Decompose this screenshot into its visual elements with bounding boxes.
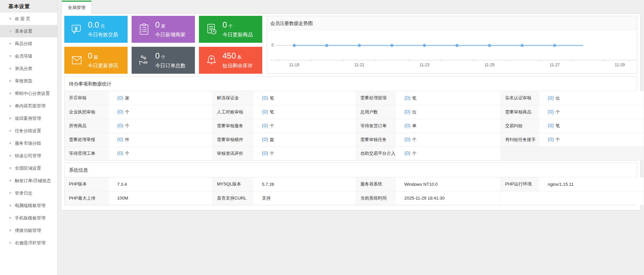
card-value: 0.0元 bbox=[88, 21, 118, 31]
sidebar-item-label: 帮助中心分类设置 bbox=[15, 91, 50, 97]
stat-value-cell: (0)笔 bbox=[539, 119, 644, 133]
card-value: 450条 bbox=[223, 51, 253, 62]
sidebar-item[interactable]: 任务分组设置 bbox=[0, 125, 57, 137]
stat-unit: 家 bbox=[125, 96, 129, 101]
table-row: 所有商品(0)个需要审核服务(0)个等待发货订单(0)单交易纠纷(0)笔 bbox=[65, 119, 644, 133]
card-label: 今日更新商品 bbox=[223, 32, 253, 38]
stat-label: 企业执照审核 bbox=[65, 105, 109, 119]
chart-plot-area: 011-1911-2111-2311-2511-2711-29 bbox=[267, 30, 637, 73]
stat-card-今日新增商家[interactable]: 0家今日新增商家 bbox=[132, 16, 195, 43]
stat-count-link[interactable]: (0) bbox=[117, 150, 123, 156]
stat-count-link[interactable]: (0) bbox=[262, 136, 268, 142]
stat-count-link[interactable]: (0) bbox=[548, 109, 554, 114]
stat-card-今日更新商品[interactable]: 0个今日更新商品 bbox=[199, 16, 262, 43]
stat-label: 需要审核商品 bbox=[501, 105, 539, 119]
sidebar-item[interactable]: 右侧悬浮栏管理 bbox=[0, 237, 57, 249]
stat-label: 需要处理举报 bbox=[65, 133, 109, 146]
data-point bbox=[293, 44, 296, 47]
stat-unit: 位 bbox=[412, 109, 416, 114]
x-axis-tick bbox=[506, 60, 506, 62]
stat-label: 当前系统时间 bbox=[356, 191, 396, 205]
stat-count-link[interactable]: (0) bbox=[404, 150, 410, 156]
sidebar-item[interactable]: 商品分组 bbox=[0, 37, 57, 50]
stat-count-link[interactable]: (0) bbox=[262, 123, 268, 128]
stat-card-今日订单总数[interactable]: 0个今日订单总数 bbox=[132, 47, 195, 74]
sidebar-item-label: 资讯分类 bbox=[15, 66, 32, 72]
x-axis-label: 11-27 bbox=[545, 63, 565, 67]
stat-count-link[interactable]: (0) bbox=[404, 109, 410, 114]
stat-count-link[interactable]: (0) bbox=[548, 95, 554, 101]
stat-value-cell: (0)笔 bbox=[253, 91, 356, 105]
stat-count-link[interactable]: (0) bbox=[117, 109, 123, 114]
content-panel: 0.0元今日有效交易0家今日新增商家0个今日更新商品0篇今日更新资讯0个今日订单… bbox=[61, 13, 641, 210]
stat-count-link[interactable]: (0) bbox=[404, 136, 410, 142]
stat-unit: 个 bbox=[270, 123, 274, 128]
data-point bbox=[520, 44, 523, 47]
stat-card-今日更新资讯[interactable]: 0篇今日更新资讯 bbox=[64, 47, 128, 74]
stat-count-link[interactable]: (0) bbox=[117, 123, 123, 128]
empty-cell bbox=[501, 146, 644, 160]
sidebar-item[interactable]: 服务市场分组 bbox=[0, 137, 57, 149]
stat-count-link[interactable]: (0) bbox=[548, 123, 554, 128]
sidebar-item[interactable]: 便捷功能管理 bbox=[0, 224, 57, 237]
card-label: 今日有效交易 bbox=[88, 32, 118, 38]
tab-bar: 全局管理 bbox=[58, 0, 644, 13]
bullet-icon bbox=[9, 105, 11, 107]
sidebar-item[interactable]: 快递公司管理 bbox=[0, 149, 57, 162]
stat-value-cell: nginx/1.15.11 bbox=[539, 177, 644, 191]
sidebar-item[interactable]: 资讯分类 bbox=[0, 62, 57, 75]
stat-unit: 个 bbox=[412, 137, 416, 142]
stat-value-cell: Windows NT10.0 bbox=[396, 177, 501, 191]
sidebar-item[interactable]: 触发订单/店铺状态 bbox=[0, 174, 57, 187]
stat-unit: 个 bbox=[125, 123, 129, 128]
sidebar-item[interactable]: 单内容页面管理 bbox=[0, 100, 57, 112]
envelope-icon bbox=[70, 54, 83, 67]
sidebar-item[interactable]: 全国区域设置 bbox=[0, 162, 57, 174]
sidebar-item-label: 会员等级 bbox=[15, 53, 32, 59]
stat-count-link[interactable]: (0) bbox=[548, 136, 554, 142]
sidebar-header: 基本设置 bbox=[0, 0, 57, 12]
stat-card-今日有效交易[interactable]: 0.0元今日有效交易 bbox=[64, 16, 128, 43]
stat-label: MYSQL版本 bbox=[212, 177, 253, 191]
x-axis-line bbox=[270, 60, 636, 60]
sidebar-item[interactable]: 追回案例管理 bbox=[0, 112, 57, 125]
data-point bbox=[488, 44, 491, 47]
stat-card-短信剩余库存[interactable]: 450条短信剩余库存 bbox=[199, 47, 262, 74]
stat-value-cell: 100M bbox=[109, 191, 212, 205]
stat-value-cell: (0)笔 bbox=[396, 91, 501, 105]
sidebar-item[interactable]: 基本设置 bbox=[0, 25, 57, 37]
sidebar-item[interactable]: 帮助中心分类设置 bbox=[0, 87, 57, 100]
stat-count-link[interactable]: (0) bbox=[262, 150, 268, 156]
sidebar-item[interactable]: 会员等级 bbox=[0, 50, 57, 62]
stat-label: 交易纠纷 bbox=[501, 119, 539, 133]
stat-count-link[interactable]: (0) bbox=[262, 109, 268, 114]
x-axis-tick bbox=[376, 60, 376, 62]
x-axis-tick bbox=[343, 60, 343, 62]
sidebar-item[interactable]: 手机版模板管理 bbox=[0, 212, 57, 224]
stat-count-link[interactable]: (0) bbox=[404, 95, 410, 101]
x-axis-tick bbox=[473, 60, 474, 62]
sidebar-item[interactable]: 电脑端模板管理 bbox=[0, 199, 57, 212]
stat-label: 需要审核服务 bbox=[212, 119, 253, 133]
sidebar-menu: 欢 迎 页基本设置商品分组会员等级资讯分类举报类型帮助中心分类设置单内容页面管理… bbox=[0, 12, 57, 249]
card-label: 短信剩余库存 bbox=[223, 63, 253, 69]
stat-count-link[interactable]: (0) bbox=[262, 95, 268, 101]
stat-label: 等待受理工单 bbox=[65, 146, 109, 160]
sidebar-item-label: 快递公司管理 bbox=[15, 153, 41, 159]
stat-count-link[interactable]: (0) bbox=[117, 136, 123, 142]
member-trend-chart-panel: 会员注册数据走势图 011-1911-2111-2311-2511-2711-2… bbox=[267, 16, 637, 74]
stat-label: 需要审核任务 bbox=[356, 133, 396, 146]
stat-count-link[interactable]: (0) bbox=[117, 95, 123, 101]
stat-unit: 个 bbox=[125, 151, 129, 156]
clipboard-list-icon bbox=[137, 23, 151, 36]
x-axis-tick bbox=[539, 60, 539, 62]
sidebar-item[interactable]: 举报类型 bbox=[0, 75, 57, 87]
stat-count-link[interactable]: (0) bbox=[404, 123, 410, 128]
tab-global-management[interactable]: 全局管理 bbox=[62, 1, 92, 14]
sidebar-item[interactable]: 欢 迎 页 bbox=[0, 12, 57, 25]
stat-unit: 笔 bbox=[270, 96, 274, 101]
stat-unit: 个 bbox=[555, 109, 560, 114]
stat-value-cell: (0)个 bbox=[109, 119, 212, 133]
doc-clock-icon bbox=[205, 23, 218, 36]
sidebar-item[interactable]: 登录日志 bbox=[0, 187, 57, 199]
